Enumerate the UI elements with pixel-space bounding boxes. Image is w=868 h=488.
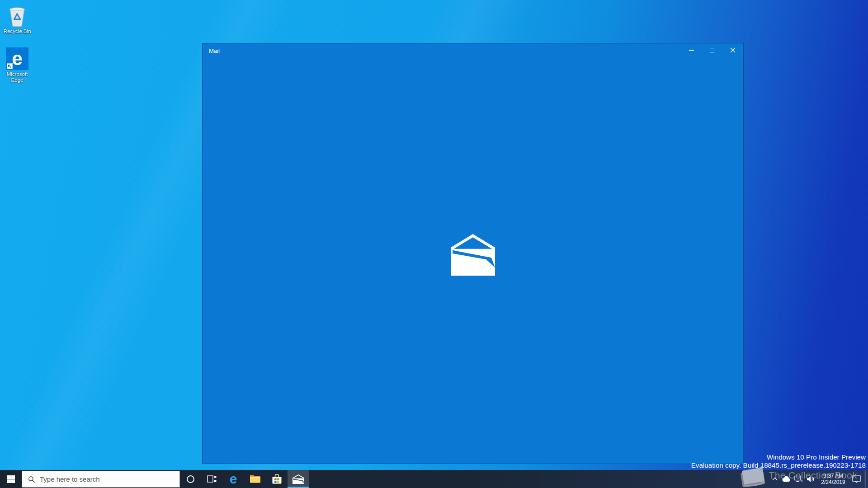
edge-e-icon: e (230, 472, 237, 486)
system-tray: 9:37 AM 2/24/2019 (770, 470, 868, 488)
onedrive-button[interactable] (780, 470, 792, 488)
mail-taskbar-button[interactable] (288, 470, 309, 488)
show-desktop-button[interactable] (865, 470, 868, 488)
mail-splash-envelope-icon (451, 234, 495, 276)
speaker-icon (807, 476, 815, 483)
shortcut-arrow-icon (7, 63, 13, 69)
edge-tile-icon: e (0, 47, 34, 70)
maximize-button[interactable] (702, 43, 722, 57)
store-bag-icon (272, 474, 282, 484)
volume-button[interactable] (804, 470, 817, 488)
edge-button[interactable]: e (222, 470, 244, 488)
clock-date: 2/24/2019 (821, 479, 845, 485)
network-button[interactable] (792, 470, 804, 488)
watermark-line1: Windows 10 Pro Insider Preview (691, 453, 866, 461)
edge-e-glyph: e (12, 48, 22, 69)
cortana-circle-icon (187, 475, 194, 483)
cortana-button[interactable] (180, 470, 201, 488)
search-input[interactable] (40, 475, 179, 483)
window-title: Mail (209, 47, 220, 54)
chevron-up-icon (772, 477, 778, 481)
action-center-icon (852, 475, 861, 483)
task-view-icon (207, 475, 217, 483)
desktop-icon-label: Recycle Bin (0, 28, 34, 34)
desktop-icon-recycle-bin[interactable]: Recycle Bin (0, 4, 34, 34)
taskbar-clock[interactable]: 9:37 AM 2/24/2019 (817, 470, 849, 488)
mail-splash-area (203, 58, 743, 464)
windows-logo-icon (7, 475, 15, 483)
network-icon (794, 475, 802, 483)
insider-build-watermark: Windows 10 Pro Insider Preview Evaluatio… (691, 453, 866, 469)
hidden-icons-button[interactable] (770, 470, 780, 488)
cloud-icon (782, 476, 791, 482)
folder-icon (250, 474, 261, 483)
file-explorer-button[interactable] (244, 470, 266, 488)
store-button[interactable] (266, 470, 288, 488)
watermark-line2: Evaluation copy. Build 18845.rs_prerelea… (691, 461, 866, 469)
mail-window: Mail (202, 43, 744, 464)
maximize-icon (710, 48, 714, 52)
desktop-icon-microsoft-edge[interactable]: e Microsoft Edge (0, 47, 34, 83)
close-button[interactable] (722, 43, 743, 57)
recycle-bin-icon (0, 4, 34, 27)
start-button[interactable] (0, 470, 22, 488)
tray-separator (864, 473, 864, 485)
clock-time: 9:37 AM (823, 473, 843, 479)
desktop-icon-label: Microsoft Edge (0, 71, 34, 83)
taskbar: e (0, 470, 868, 488)
mail-titlebar[interactable]: Mail (203, 43, 743, 58)
close-icon (730, 47, 736, 53)
mail-envelope-icon (292, 474, 304, 484)
action-center-button[interactable] (849, 470, 863, 488)
task-view-button[interactable] (201, 470, 222, 488)
search-icon (28, 476, 35, 483)
taskbar-search-box[interactable] (22, 471, 180, 488)
minimize-icon (689, 50, 694, 51)
desktop-wallpaper: Recycle Bin e Microsoft Edge Mail (0, 0, 868, 488)
minimize-button[interactable] (681, 43, 702, 57)
